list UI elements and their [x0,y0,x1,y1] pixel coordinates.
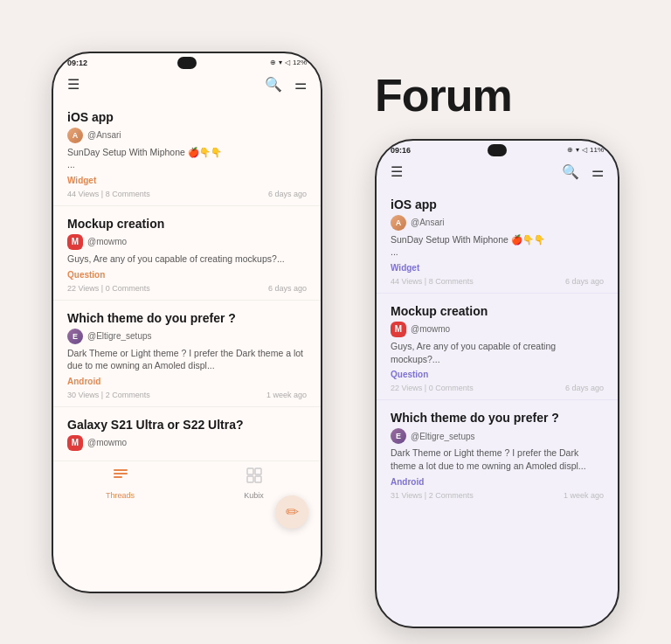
post-item-dark-2[interactable]: Mockup creation M @mowmo Guys, Are any o… [377,294,618,400]
author-name-light-2: @mowmo [87,237,127,246]
post-author-row-dark-3: E @Eltigre_setups [391,428,604,444]
svg-rect-3 [247,468,253,474]
avatar-light-3: E [67,329,83,344]
status-time-light: 09:12 [67,59,87,67]
menu-icon-dark[interactable]: ☰ [391,163,403,180]
svg-rect-4 [255,468,261,474]
post-meta-dark-1: 44 Views | 8 Comments 6 days ago [391,277,604,286]
avatar-dark-2: M [391,322,406,337]
status-bar-light: 09:12 ⊕ ▾ ◁ 12% [53,53,321,71]
post-item-dark-1[interactable]: iOS app A @Ansari SunDay Setup With Miph… [377,187,618,294]
post-meta-light-3: 30 Views | 2 Comments 1 week ago [67,391,307,399]
svg-rect-1 [114,473,128,474]
bottom-nav-kubix[interactable]: Kubix [187,467,321,500]
post-author-row-light-3: E @Eltigre_setups [67,329,307,344]
bottom-nav-threads[interactable]: Threads [53,467,187,500]
post-excerpt-dark-1: SunDay Setup With Miphone 🍎👇👇 ... [391,233,604,259]
fab-button-light[interactable]: ✏ [275,495,308,529]
post-title-dark-2: Mockup creation [391,304,604,318]
page-container: 09:12 ⊕ ▾ ◁ 12% ☰ 🔍 ⚌ iOS app A [0,0,671,644]
post-tag-light-3: Android [67,377,307,386]
post-excerpt-light-1: SunDay Setup With Miphone 🍎👇👇 ... [67,146,307,171]
avatar-dark-1: A [391,215,406,231]
kubix-icon [246,467,263,488]
author-name-dark-1: @Ansari [411,218,445,227]
svg-rect-5 [247,476,253,482]
post-meta-dark-2: 22 Views | 0 Comments 6 days ago [391,384,604,392]
post-title-light-3: Which theme do you prefer ? [67,311,307,325]
post-title-light-4: Galaxy S21 Ultra or S22 Ultra? [67,418,307,432]
posts-area-dark: iOS app A @Ansari SunDay Setup With Miph… [377,187,618,507]
author-name-light-4: @mowmo [87,438,127,447]
author-name-dark-2: @mowmo [411,324,450,334]
post-excerpt-dark-2: Guys, Are any of you capable of creating… [391,340,604,365]
post-excerpt-dark-3: Dark Theme or Light theme ? I prefer the… [391,447,604,472]
post-item-dark-3[interactable]: Which theme do you prefer ? E @Eltigre_s… [377,400,618,506]
top-nav-light: ☰ 🔍 ⚌ [53,71,321,100]
status-icons-dark: ⊕ ▾ ◁ 11% [567,146,604,154]
post-author-row-light-1: A @Ansari [67,128,307,143]
posts-area-light: iOS app A @Ansari SunDay Setup With Miph… [53,100,321,460]
post-author-row-dark-1: A @Ansari [391,215,604,231]
avatar-light-2: M [67,234,83,250]
filter-icon-light[interactable]: ⚌ [294,76,307,93]
avatar-light-1: A [67,128,83,143]
avatar-dark-3: E [391,428,406,444]
post-title-light-2: Mockup creation [67,217,307,231]
search-icon-dark[interactable]: 🔍 [562,163,579,180]
post-item-light-4[interactable]: Galaxy S21 Ultra or S22 Ultra? M @mowmo [53,407,321,460]
svg-rect-0 [114,469,128,471]
post-item-light-1[interactable]: iOS app A @Ansari SunDay Setup With Miph… [53,100,321,206]
post-tag-dark-3: Android [391,477,604,487]
search-icon-light[interactable]: 🔍 [265,76,282,93]
filter-icon-dark[interactable]: ⚌ [591,163,604,180]
notch-dark [488,144,507,156]
top-nav-dark: ☰ 🔍 ⚌ [377,158,618,187]
post-tag-light-1: Widget [67,176,307,185]
svg-rect-2 [114,476,122,478]
post-tag-dark-1: Widget [391,263,604,273]
menu-icon-light[interactable]: ☰ [67,76,80,93]
forum-title: Forum [375,69,512,121]
post-author-row-light-2: M @mowmo [67,234,307,250]
post-tag-dark-2: Question [391,370,604,379]
post-excerpt-light-2: Guys, Are any of you capable of creating… [67,253,307,266]
post-meta-light-1: 44 Views | 8 Comments 6 days ago [67,190,307,198]
avatar-light-4: M [67,435,83,451]
post-title-dark-1: iOS app [391,197,604,211]
author-name-light-3: @Eltigre_setups [87,331,152,341]
threads-icon [112,467,129,488]
threads-label: Threads [106,491,135,500]
post-author-row-light-4: M @mowmo [67,435,307,451]
post-meta-dark-3: 31 Views | 2 Comments 1 week ago [391,491,604,500]
post-tag-light-2: Question [67,270,307,280]
post-author-row-dark-2: M @mowmo [391,322,604,337]
phone-dark: 09:16 ⊕ ▾ ◁ 11% ☰ 🔍 ⚌ [375,139,619,628]
post-item-light-3[interactable]: Which theme do you prefer ? E @Eltigre_s… [53,301,321,407]
svg-rect-6 [255,476,261,482]
notch-light [177,57,197,69]
post-title-dark-3: Which theme do you prefer ? [391,411,604,425]
post-meta-light-2: 22 Views | 0 Comments 6 days ago [67,284,307,293]
status-time-dark: 09:16 [391,146,411,155]
status-icons-light: ⊕ ▾ ◁ 12% [270,59,307,66]
kubix-label: Kubix [244,491,264,500]
post-item-light-2[interactable]: Mockup creation M @mowmo Guys, Are any o… [53,206,321,301]
right-section: Forum 09:16 ⊕ ▾ ◁ 11% ☰ 🔍 ⚌ [375,17,619,628]
phone-light: 09:12 ⊕ ▾ ◁ 12% ☰ 🔍 ⚌ iOS app A [52,52,322,593]
status-bar-dark: 09:16 ⊕ ▾ ◁ 11% [377,141,618,158]
author-name-dark-3: @Eltigre_setups [411,432,475,441]
post-excerpt-light-3: Dark Theme or Light theme ? I prefer the… [67,347,307,372]
author-name-light-1: @Ansari [87,130,121,140]
post-title-light-1: iOS app [67,110,307,124]
